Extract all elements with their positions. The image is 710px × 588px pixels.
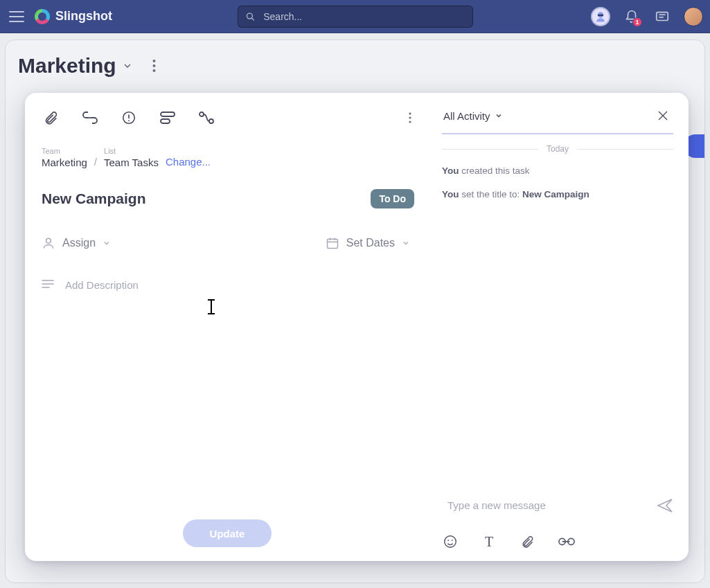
svg-point-16 [128, 120, 130, 121]
chevron-down-icon [402, 239, 410, 247]
page-title[interactable]: Marketing [18, 54, 116, 78]
send-button[interactable] [657, 498, 673, 513]
close-icon [657, 109, 669, 122]
close-button[interactable] [653, 105, 673, 126]
activity-actor: You [442, 166, 459, 176]
svg-point-35 [447, 540, 449, 541]
dependencies-button[interactable] [197, 108, 216, 127]
search-container [238, 6, 473, 28]
svg-rect-25 [327, 239, 337, 248]
breadcrumb-list[interactable]: List Team Tasks [104, 147, 159, 168]
svg-point-19 [199, 112, 204, 116]
svg-point-20 [209, 119, 213, 123]
task-breadcrumb: Team Marketing / List Team Tasks Change.… [42, 147, 414, 168]
link-button[interactable] [80, 108, 100, 127]
user-avatar[interactable] [684, 7, 703, 26]
breadcrumb-list-label: List [104, 147, 159, 155]
notification-badge: 1 [632, 17, 642, 27]
task-modal: Team Marketing / List Team Tasks Change.… [25, 93, 689, 561]
activity-filter-label: All Activity [443, 110, 490, 122]
activity-day-label: Today [547, 144, 569, 154]
breadcrumb-team[interactable]: Team Marketing [42, 147, 87, 168]
task-title[interactable]: New Campaign [42, 190, 371, 207]
menu-button[interactable] [7, 7, 26, 26]
activity-day-separator: Today [442, 144, 673, 154]
svg-point-10 [152, 60, 155, 62]
attach-button[interactable] [520, 533, 536, 550]
svg-rect-17 [161, 112, 175, 116]
app-header: Slingshot 1 [0, 0, 710, 33]
brand[interactable]: Slingshot [35, 9, 112, 24]
text-cursor-icon [211, 301, 212, 313]
activity-entry: You created this task [442, 165, 673, 177]
messages-button[interactable] [653, 8, 671, 26]
activity-value: New Campaign [522, 189, 589, 199]
compose-link-button[interactable] [558, 533, 575, 550]
send-icon [657, 498, 673, 513]
assistant-avatar[interactable] [591, 7, 610, 26]
breadcrumb-team-label: Team [42, 147, 87, 155]
brand-logo-icon [35, 9, 50, 24]
svg-point-24 [46, 238, 51, 243]
activity-tab-underline [442, 133, 673, 134]
task-toolbar [42, 107, 414, 129]
task-more-button[interactable] [406, 109, 414, 126]
roadmap-button[interactable] [158, 108, 177, 127]
svg-point-12 [152, 69, 155, 72]
user-icon [42, 236, 55, 250]
link-icon [558, 536, 575, 547]
compose-input[interactable] [442, 495, 650, 515]
svg-point-21 [409, 112, 411, 114]
priority-button[interactable] [119, 108, 139, 127]
task-details-panel: Team Marketing / List Team Tasks Change.… [25, 93, 429, 561]
activity-text: created this task [459, 166, 530, 176]
svg-point-11 [152, 64, 155, 67]
svg-rect-6 [598, 14, 603, 16]
search-input[interactable] [262, 10, 465, 23]
breadcrumb-team-value: Marketing [42, 157, 87, 168]
emoji-icon [443, 534, 458, 549]
attachment-icon [521, 534, 535, 549]
svg-line-4 [251, 17, 254, 19]
brand-name: Slingshot [55, 9, 112, 24]
breadcrumb-change-link[interactable]: Change... [166, 156, 211, 168]
search-icon [245, 11, 256, 22]
activity-filter-dropdown[interactable]: All Activity [442, 107, 504, 125]
activity-entry: You set the title to: New Campaign [442, 188, 673, 201]
description-icon [42, 280, 54, 416]
task-status-badge[interactable]: To Do [371, 189, 414, 208]
set-dates-button[interactable]: Set Dates [326, 236, 410, 250]
assign-label: Assign [62, 237, 96, 249]
page-more-button[interactable] [152, 60, 169, 72]
svg-point-23 [409, 121, 411, 123]
activity-actor: You [442, 189, 459, 199]
attachment-button[interactable] [42, 108, 61, 127]
svg-rect-7 [657, 12, 668, 20]
svg-point-36 [452, 540, 453, 541]
breadcrumb-separator: / [94, 156, 97, 168]
calendar-icon [326, 236, 339, 250]
compose-area: T [442, 495, 673, 550]
breadcrumb-list-value: Team Tasks [104, 157, 159, 168]
description-input[interactable] [64, 278, 414, 416]
format-button[interactable]: T [481, 533, 497, 550]
dates-label: Set Dates [346, 237, 395, 249]
activity-panel: All Activity Today You created this task… [429, 93, 689, 561]
activity-text: set the title to: [459, 189, 523, 199]
page-title-chevron-icon[interactable] [122, 60, 133, 71]
svg-point-34 [445, 536, 456, 548]
svg-point-22 [409, 116, 411, 118]
emoji-button[interactable] [442, 533, 459, 550]
notifications-button[interactable]: 1 [623, 8, 641, 26]
search-bar[interactable] [238, 6, 473, 28]
assign-button[interactable]: Assign [42, 236, 111, 250]
chevron-down-icon [103, 239, 111, 247]
svg-rect-18 [161, 119, 170, 123]
chevron-down-icon [495, 112, 503, 120]
update-button[interactable]: Update [183, 519, 272, 547]
